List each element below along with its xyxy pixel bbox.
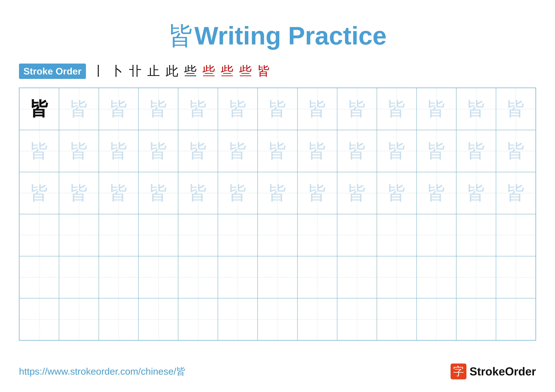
stroke-step-7: 些: [202, 63, 215, 80]
footer: https://www.strokeorder.com/chinese/皆 字 …: [19, 363, 536, 379]
stroke-step-5: 此: [166, 63, 178, 80]
grid-cell[interactable]: [496, 298, 536, 340]
grid-cell[interactable]: 皆: [218, 88, 258, 130]
grid-cell[interactable]: 皆: [99, 172, 139, 214]
cell-char: 皆: [347, 184, 366, 203]
stroke-step-3: 卝: [129, 63, 142, 80]
grid-cell[interactable]: [337, 298, 377, 340]
grid-cell[interactable]: 皆: [337, 172, 377, 214]
grid-cell[interactable]: 皆: [99, 130, 139, 172]
stroke-step-10: 皆: [257, 63, 270, 80]
grid-cell[interactable]: [178, 214, 218, 256]
grid-cell[interactable]: 皆: [377, 88, 416, 130]
stroke-order-badge: Stroke Order: [19, 64, 86, 79]
grid-cell[interactable]: [218, 298, 258, 340]
grid-cell[interactable]: 皆: [19, 130, 59, 172]
grid-cell[interactable]: [496, 214, 536, 256]
grid-cell[interactable]: 皆: [456, 172, 496, 214]
grid-cell[interactable]: [297, 214, 337, 256]
grid-cell[interactable]: [59, 214, 99, 256]
grid-cell[interactable]: 皆: [59, 88, 99, 130]
grid-cell[interactable]: 皆: [337, 88, 377, 130]
grid-cell[interactable]: [59, 298, 99, 340]
grid-cell[interactable]: [59, 256, 99, 298]
grid-cell[interactable]: 皆: [377, 172, 416, 214]
stroke-order-row: Stroke Order 丨 卜 卝 止 此 些 些 些 些 皆: [19, 63, 536, 80]
grid-cell[interactable]: [456, 298, 496, 340]
cell-char: 皆: [189, 100, 208, 118]
grid-cell[interactable]: [416, 214, 456, 256]
grid-cell[interactable]: [377, 256, 416, 298]
grid-cell[interactable]: 皆: [456, 88, 496, 130]
grid-cell[interactable]: 皆: [496, 130, 536, 172]
grid-cell[interactable]: 皆: [416, 88, 456, 130]
cell-char: 皆: [387, 142, 406, 161]
grid-cell[interactable]: 皆: [416, 130, 456, 172]
grid-cell[interactable]: [218, 256, 258, 298]
grid-cell[interactable]: 皆: [99, 88, 139, 130]
grid-cell[interactable]: [99, 256, 139, 298]
cell-char: 皆: [109, 100, 128, 118]
grid-cell[interactable]: 皆: [297, 172, 337, 214]
cell-char: 皆: [467, 142, 486, 161]
grid-cell[interactable]: 皆: [218, 130, 258, 172]
grid-cell[interactable]: [258, 214, 297, 256]
grid-cell[interactable]: 皆: [337, 130, 377, 172]
grid-cell[interactable]: [19, 298, 59, 340]
grid-cell[interactable]: 皆: [218, 172, 258, 214]
grid-cell[interactable]: [496, 256, 536, 298]
grid-cell[interactable]: 皆: [496, 88, 536, 130]
grid-cell[interactable]: [178, 256, 218, 298]
grid-cell[interactable]: [99, 214, 139, 256]
grid-cell[interactable]: 皆: [297, 88, 337, 130]
grid-cell[interactable]: 皆: [178, 172, 218, 214]
grid-cell[interactable]: 皆: [59, 172, 99, 214]
stroke-steps: 丨 卜 卝 止 此 些 些 些 些 皆: [92, 63, 270, 80]
grid-cell[interactable]: [258, 298, 297, 340]
grid-cell[interactable]: [258, 256, 297, 298]
cell-char: 皆: [109, 184, 128, 203]
cell-char: 皆: [308, 100, 327, 118]
grid-cell[interactable]: 皆: [19, 172, 59, 214]
grid-cell[interactable]: [139, 298, 178, 340]
grid-cell[interactable]: [416, 298, 456, 340]
grid-cell[interactable]: [178, 298, 218, 340]
cell-char: 皆: [268, 142, 287, 161]
grid-cell[interactable]: [337, 256, 377, 298]
grid-cell[interactable]: 皆: [377, 130, 416, 172]
grid-cell[interactable]: 皆: [178, 88, 218, 130]
grid-cell[interactable]: [297, 298, 337, 340]
grid-cell[interactable]: 皆: [139, 130, 178, 172]
grid-cell[interactable]: 皆: [496, 172, 536, 214]
grid-cell[interactable]: 皆: [19, 88, 59, 130]
cell-char: 皆: [347, 100, 366, 118]
cell-char: 皆: [30, 184, 49, 203]
grid-cell[interactable]: [99, 298, 139, 340]
grid-cell[interactable]: 皆: [178, 130, 218, 172]
grid-cell[interactable]: [19, 256, 59, 298]
grid-cell[interactable]: 皆: [139, 88, 178, 130]
grid-cell[interactable]: 皆: [59, 130, 99, 172]
cell-char: 皆: [69, 142, 88, 161]
grid-cell[interactable]: [337, 214, 377, 256]
grid-cell[interactable]: 皆: [258, 130, 297, 172]
grid-cell[interactable]: 皆: [297, 130, 337, 172]
cell-char: 皆: [387, 184, 406, 203]
grid-cell[interactable]: [377, 214, 416, 256]
cell-char: 皆: [467, 100, 486, 118]
stroke-step-4: 止: [147, 63, 160, 80]
grid-cell[interactable]: [218, 214, 258, 256]
grid-cell[interactable]: 皆: [456, 130, 496, 172]
grid-cell[interactable]: [139, 256, 178, 298]
grid-cell[interactable]: 皆: [258, 88, 297, 130]
grid-cell[interactable]: [19, 214, 59, 256]
grid-cell[interactable]: 皆: [139, 172, 178, 214]
grid-cell[interactable]: [139, 214, 178, 256]
grid-cell[interactable]: [456, 214, 496, 256]
grid-cell[interactable]: [377, 298, 416, 340]
grid-cell[interactable]: [456, 256, 496, 298]
grid-cell[interactable]: [416, 256, 456, 298]
grid-cell[interactable]: 皆: [416, 172, 456, 214]
grid-cell[interactable]: 皆: [258, 172, 297, 214]
grid-cell[interactable]: [297, 256, 337, 298]
